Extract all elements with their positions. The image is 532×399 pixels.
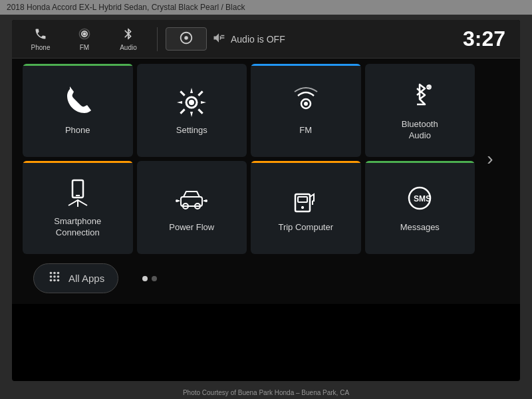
tab-fm[interactable]: FM (64, 25, 105, 54)
photo-credit: Photo Courtesy of Buena Park Honda – Bue… (0, 386, 532, 399)
smartphone-tile-icon (61, 176, 95, 211)
svg-point-25 (53, 272, 56, 275)
svg-point-18 (176, 200, 178, 202)
bluetooth-audio-tile-label: BluetoothAudio (402, 119, 438, 142)
svg-text:SMS: SMS (414, 194, 431, 203)
grid-wrapper: Phone (23, 64, 509, 254)
tile-messages[interactable]: SMS Messages (365, 161, 475, 254)
nav-bar: Phone FM (12, 20, 520, 59)
tile-phone[interactable]: Phone (23, 64, 133, 157)
svg-point-32 (57, 279, 60, 282)
svg-text:®: ® (428, 84, 432, 90)
audio-status-area: Audio is OFF (207, 31, 463, 47)
svg-point-28 (53, 275, 56, 278)
svg-point-19 (205, 200, 207, 202)
svg-point-1 (184, 36, 188, 40)
phone-tile-label: Phone (65, 125, 90, 136)
app-grid: Phone (23, 64, 475, 254)
all-apps-label: All Apps (68, 273, 104, 284)
tile-trip-computer[interactable]: Trip Computer (251, 161, 361, 254)
dot-1 (142, 276, 148, 281)
tile-fm[interactable]: FM (251, 64, 361, 157)
tab-audio-label: Audio (120, 44, 137, 51)
svg-point-24 (50, 272, 53, 275)
tile-smartphone[interactable]: SmartphoneConnection (23, 161, 133, 254)
tile-power-flow[interactable]: Power Flow (137, 161, 247, 254)
fm-tile-label: FM (299, 125, 312, 136)
settings-tile-label: Settings (176, 125, 207, 136)
bluetooth-nav-icon (122, 27, 135, 43)
speaker-icon (212, 31, 225, 47)
svg-point-5 (189, 100, 194, 105)
outer-wrapper: 2018 Honda Accord EX-L Hybrid Sedan, Cry… (0, 0, 532, 399)
smartphone-tile-label: SmartphoneConnection (54, 216, 101, 239)
next-page-chevron[interactable]: › (480, 66, 500, 252)
tab-audio[interactable]: Audio (108, 25, 149, 54)
all-apps-icon (47, 269, 62, 287)
tab-phone[interactable]: Phone (20, 25, 61, 54)
screen: Phone FM (12, 20, 520, 381)
messages-tile-icon: SMS (402, 182, 437, 217)
power-flow-tile-icon (174, 182, 209, 217)
phone-icon (34, 27, 47, 43)
trip-computer-tile-label: Trip Computer (278, 222, 333, 233)
fm-nav-icon (78, 27, 91, 43)
dot-2 (152, 276, 157, 281)
photo-credit-text: Photo Courtesy of Buena Park Honda – Bue… (183, 389, 349, 396)
power-flow-tile-label: Power Flow (169, 222, 214, 233)
svg-point-7 (304, 102, 308, 106)
tile-settings[interactable]: Settings (137, 64, 247, 157)
phone-tile-icon (61, 85, 95, 120)
clock-display: 3:27 (463, 27, 512, 51)
svg-point-0 (83, 32, 86, 35)
svg-rect-21 (298, 197, 307, 202)
page-dots (142, 276, 157, 281)
nav-divider (157, 27, 158, 51)
svg-point-29 (57, 275, 60, 278)
fm-active-icon (179, 31, 194, 47)
nav-tabs: Phone FM (20, 25, 207, 54)
audio-status-text: Audio is OFF (231, 34, 285, 45)
tab-phone-label: Phone (31, 44, 51, 51)
car-title: 2018 Honda Accord EX-L Hybrid Sedan, Cry… (7, 3, 245, 12)
tab-fm-active[interactable] (166, 27, 207, 51)
svg-point-26 (57, 272, 60, 275)
trip-computer-tile-icon (289, 182, 323, 217)
svg-point-31 (53, 279, 56, 282)
settings-tile-icon (174, 85, 209, 120)
all-apps-button[interactable]: All Apps (33, 263, 118, 293)
tile-bluetooth-audio[interactable]: ® BluetoothAudio (365, 64, 475, 157)
svg-point-27 (50, 275, 53, 278)
bottom-bar: All Apps (23, 258, 509, 299)
messages-tile-label: Messages (400, 222, 440, 233)
main-content: Phone (12, 59, 520, 304)
tab-fm-label: FM (80, 44, 89, 51)
top-info-bar: 2018 Honda Accord EX-L Hybrid Sedan, Cry… (0, 0, 532, 15)
bluetooth-audio-tile-icon: ® (402, 79, 437, 114)
svg-point-30 (50, 279, 53, 282)
fm-tile-icon (289, 85, 323, 120)
